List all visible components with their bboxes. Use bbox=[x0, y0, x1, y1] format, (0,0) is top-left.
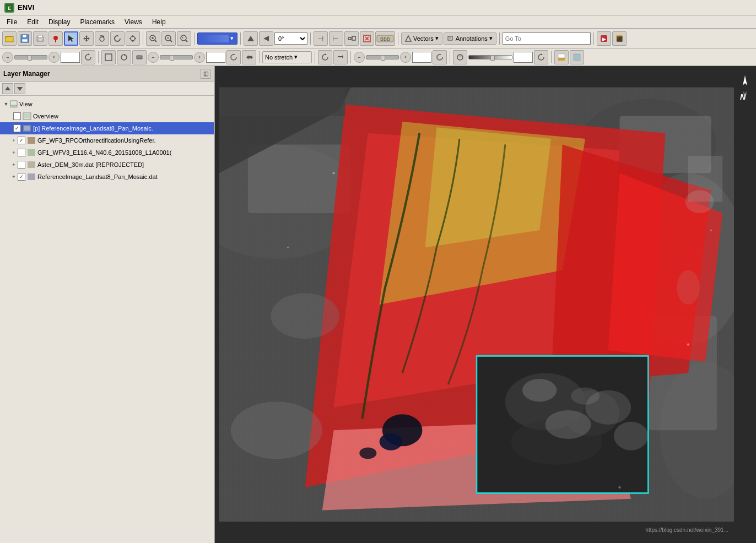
map-area[interactable]: https://blog.csdn.net/weixin_391... N bbox=[215, 66, 756, 543]
zoom-reset-btn[interactable] bbox=[226, 50, 241, 64]
menu-placemarks[interactable]: Placemarks bbox=[75, 17, 119, 27]
svg-line-23 bbox=[170, 40, 172, 42]
overview-label: Overview bbox=[33, 113, 58, 120]
crosshair-btn[interactable] bbox=[126, 31, 140, 46]
svg-point-98 bbox=[710, 230, 712, 231]
tree-item-reference-mosaic[interactable]: + ReferenceImage_Landsat8_Pan_Mosaic.dat bbox=[0, 171, 214, 183]
brightness-slider[interactable] bbox=[14, 55, 47, 59]
zoom-slider[interactable] bbox=[160, 55, 193, 59]
overview-checkbox[interactable] bbox=[13, 112, 21, 120]
svg-point-86 bbox=[522, 379, 557, 402]
reference-pan-checkbox[interactable] bbox=[13, 124, 21, 132]
move-left-btn[interactable]: ⊣ bbox=[314, 31, 328, 46]
svg-point-88 bbox=[546, 410, 591, 439]
refresh-btn[interactable] bbox=[110, 31, 125, 46]
brightness-reset-btn[interactable] bbox=[81, 50, 95, 64]
link-btn[interactable] bbox=[360, 31, 374, 46]
layer-up-btn[interactable] bbox=[2, 83, 13, 94]
move-right-btn[interactable]: ⊢ bbox=[329, 31, 343, 46]
ref-mosaic-checkbox[interactable] bbox=[18, 173, 25, 181]
layer-manager-pin-btn[interactable]: ◫ bbox=[201, 69, 210, 79]
zoom-input[interactable]: 20 bbox=[206, 52, 225, 63]
menu-file[interactable]: File bbox=[2, 17, 21, 27]
stretch-swap-btn[interactable] bbox=[333, 50, 348, 64]
color-map-btn[interactable] bbox=[453, 50, 467, 64]
select-btn[interactable] bbox=[64, 31, 78, 46]
rotate-btn[interactable] bbox=[95, 31, 109, 46]
svg-rect-51 bbox=[28, 137, 35, 144]
extra-btn2[interactable]: ⬛ bbox=[612, 31, 627, 46]
zoom-minus-btn[interactable]: − bbox=[148, 52, 159, 63]
aster-checkbox[interactable] bbox=[18, 161, 25, 169]
stretch-refresh-btn[interactable] bbox=[318, 50, 332, 64]
view-rect-btn[interactable] bbox=[101, 50, 116, 64]
zoom-out-btn[interactable] bbox=[161, 31, 176, 46]
menu-help[interactable]: Help bbox=[148, 17, 170, 27]
sync-btn[interactable] bbox=[242, 50, 256, 64]
bbb-btn[interactable]: BBB bbox=[375, 31, 395, 46]
vectors-btn[interactable]: Vectors ▾ bbox=[401, 32, 442, 45]
menu-edit[interactable]: Edit bbox=[23, 17, 43, 27]
scale-btn[interactable] bbox=[344, 31, 359, 46]
brightness-input[interactable]: 50 bbox=[61, 52, 80, 63]
svg-text:E: E bbox=[8, 6, 11, 11]
contrast-slider[interactable] bbox=[366, 55, 399, 59]
svg-text:⬛: ⬛ bbox=[616, 36, 623, 42]
tree-item-aster-dem[interactable]: + Aster_DEM_30m.dat [REPROJECTED] bbox=[0, 159, 214, 171]
view-mode-btn[interactable] bbox=[132, 50, 147, 64]
pan-btn[interactable] bbox=[79, 31, 94, 46]
nav-up-btn[interactable] bbox=[244, 31, 258, 46]
nav-right-btn[interactable] bbox=[259, 31, 273, 46]
tree-item-gf-wf3[interactable]: + GF_WF3_RPCOrthorectificationUsingRefer… bbox=[0, 134, 214, 146]
gf1-checkbox[interactable] bbox=[18, 149, 25, 156]
view-expand-icon: ▼ bbox=[2, 100, 10, 108]
svg-point-11 bbox=[100, 37, 104, 41]
gf1-expand: + bbox=[10, 149, 18, 156]
brightness-plus-btn[interactable]: + bbox=[48, 52, 60, 63]
zoom-plus-btn[interactable]: + bbox=[194, 52, 205, 63]
color-bg-btn[interactable] bbox=[554, 50, 569, 64]
sharpness-slider[interactable] bbox=[468, 55, 512, 59]
brightness-slider-container bbox=[14, 55, 47, 59]
tree-item-gf1-wfv3[interactable]: + GF1_WFV3_E116.4_N40.6_20151008_L1A0001… bbox=[0, 146, 214, 159]
tree-item-reference-pan[interactable]: [p] ReferenceImage_Landsat8_Pan_Mosaic. bbox=[0, 122, 214, 134]
sharpness-input[interactable]: 0 bbox=[514, 52, 533, 63]
tb2-sep4 bbox=[350, 51, 351, 63]
gf-wf3-expand: + bbox=[10, 137, 18, 144]
contrast-reset-btn[interactable] bbox=[433, 50, 447, 64]
pin-btn[interactable] bbox=[48, 31, 63, 46]
menu-views[interactable]: Views bbox=[120, 17, 147, 27]
svg-rect-78 bbox=[219, 88, 345, 116]
zoom-fit-btn[interactable] bbox=[177, 31, 191, 46]
sharpness-reset-btn[interactable] bbox=[534, 50, 548, 64]
contrast-plus-btn[interactable]: + bbox=[400, 52, 411, 63]
menu-display[interactable]: Display bbox=[44, 17, 74, 27]
view-rotate-btn[interactable] bbox=[117, 50, 131, 64]
color-bg2-btn[interactable] bbox=[570, 50, 584, 64]
annotations-btn[interactable]: Annotations ▾ bbox=[444, 32, 496, 45]
stretch-dropdown[interactable]: No stretch ▾ bbox=[262, 51, 312, 63]
brightness-minus-btn[interactable]: − bbox=[2, 52, 13, 63]
zoom-in-btn[interactable] bbox=[146, 31, 160, 46]
layer-down-btn[interactable] bbox=[14, 83, 25, 94]
tb2-sep1 bbox=[98, 51, 99, 63]
save-btn[interactable] bbox=[18, 31, 32, 46]
gf-wf3-checkbox[interactable] bbox=[18, 137, 25, 144]
print-btn[interactable] bbox=[33, 31, 47, 46]
ref-mosaic-label: ReferenceImage_Landsat8_Pan_Mosaic.dat bbox=[37, 173, 158, 180]
map-canvas[interactable]: https://blog.csdn.net/weixin_391... bbox=[219, 70, 734, 539]
aster-label: Aster_DEM_30m.dat [REPROJECTED] bbox=[37, 161, 144, 168]
extra-btn1[interactable]: ▶ bbox=[597, 31, 611, 46]
svg-rect-54 bbox=[28, 173, 35, 180]
band-color-btn[interactable]: ▾ bbox=[197, 32, 237, 45]
contrast-minus-btn[interactable]: − bbox=[354, 52, 365, 63]
rotation-select[interactable]: 0° 90° 180° 270° bbox=[274, 32, 307, 45]
tree-item-view[interactable]: ▼ View bbox=[0, 98, 214, 110]
contrast-input[interactable]: 10 bbox=[412, 52, 431, 63]
overview-icon bbox=[23, 112, 31, 120]
tree-item-overview[interactable]: Overview bbox=[0, 110, 214, 122]
svg-point-89 bbox=[585, 390, 631, 425]
open-btn[interactable] bbox=[2, 31, 17, 46]
goto-input[interactable] bbox=[503, 32, 591, 45]
layer-tree: ▼ View Overview [p] Referen bbox=[0, 96, 214, 543]
